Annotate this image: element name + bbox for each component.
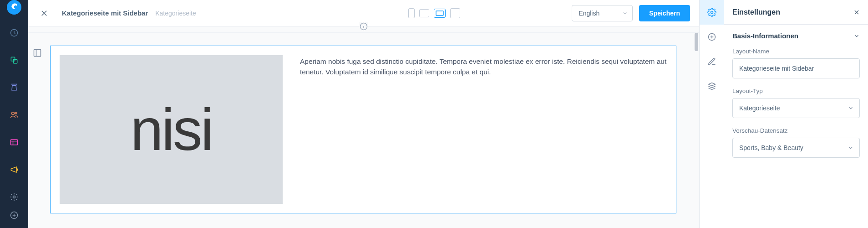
svg-rect-6 (11, 140, 18, 145)
language-select[interactable]: English (572, 5, 633, 21)
canvas-area: nisi Aperiam nobis fuga sed distinctio c… (28, 33, 699, 228)
collapse-basic-info[interactable]: Basis-Informationen (732, 32, 860, 40)
info-icon (359, 22, 368, 31)
image-block[interactable]: nisi (60, 55, 283, 204)
text-block[interactable]: Aperiam nobis fuga sed distinctio cupidi… (300, 55, 667, 204)
nav-add-icon[interactable] (5, 206, 23, 224)
svg-rect-3 (13, 59, 17, 63)
brand-logo[interactable] (0, 0, 28, 15)
main-navigation (0, 0, 28, 228)
svg-rect-11 (34, 50, 41, 57)
rail-navigator-icon[interactable] (700, 74, 724, 98)
save-button[interactable]: Speichern (639, 5, 690, 21)
layout-type-label: Layout-Typ (732, 88, 860, 94)
viewport-switcher (408, 8, 460, 18)
page-title: Kategorieseite mit Sidebar (62, 9, 148, 17)
close-button[interactable] (37, 6, 51, 20)
tool-rail (700, 0, 724, 228)
svg-rect-9 (436, 11, 443, 16)
nav-marketing-icon[interactable] (5, 161, 23, 179)
svg-point-7 (13, 196, 15, 198)
section-tool-icon[interactable] (31, 47, 44, 59)
svg-point-5 (15, 112, 17, 114)
viewport-desktop-icon[interactable] (434, 9, 446, 18)
rail-edit-icon[interactable] (700, 49, 724, 74)
svg-rect-2 (11, 57, 15, 61)
settings-panel: Einstellungen Basis-Informationen Layout… (724, 0, 868, 228)
svg-point-4 (12, 112, 15, 115)
language-value: English (579, 10, 599, 17)
nav-content-icon[interactable] (5, 133, 23, 151)
page-subtitle: Kategorieseite (155, 10, 196, 17)
page-titles: Kategorieseite mit Sidebar Kategorieseit… (62, 9, 196, 17)
nav-catalog-icon[interactable] (5, 51, 23, 69)
nav-settings-icon[interactable] (5, 188, 23, 206)
scrollbar[interactable] (695, 33, 698, 51)
layout-name-label: Layout-Name (732, 48, 860, 55)
right-column: Einstellungen Basis-Informationen Layout… (700, 0, 868, 228)
image-placeholder-text: nisi (130, 95, 212, 164)
preview-dataset-select[interactable]: Sports, Baby & Beauty (732, 138, 860, 158)
nav-dashboard-icon[interactable] (5, 24, 23, 42)
viewport-form-icon[interactable] (450, 8, 460, 18)
content-column: Kategorieseite mit Sidebar Kategorieseit… (28, 0, 700, 228)
viewport-mobile-icon[interactable] (408, 8, 415, 18)
info-strip (28, 26, 699, 33)
nav-orders-icon[interactable] (5, 78, 23, 97)
settings-title: Einstellungen (732, 8, 780, 16)
viewport-tablet-icon[interactable] (419, 9, 429, 17)
rail-settings-icon[interactable] (700, 0, 724, 25)
layout-name-input[interactable]: Kategorieseite mit Sidebar (732, 58, 860, 78)
svg-point-0 (7, 0, 21, 15)
preview-dataset-label: Vorschau-Datensatz (732, 127, 860, 134)
svg-point-12 (711, 11, 713, 14)
nav-customers-icon[interactable] (5, 106, 23, 124)
rail-add-block-icon[interactable] (700, 25, 724, 49)
layout-type-select[interactable]: Kategorieseite (732, 98, 860, 118)
selected-section[interactable]: nisi Aperiam nobis fuga sed distinctio c… (50, 46, 676, 213)
settings-close-icon[interactable] (853, 9, 860, 16)
